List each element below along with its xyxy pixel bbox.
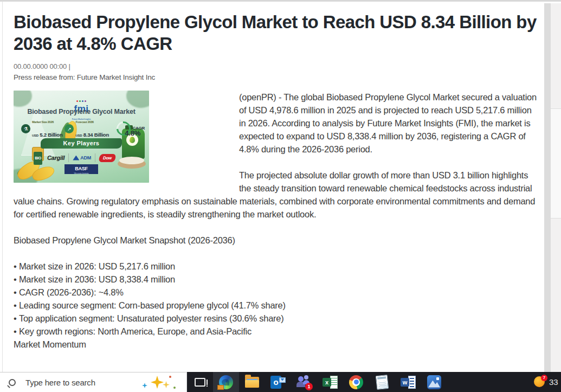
bullet-market-size-2036: Market size in 2036: USD 8,338.4 million <box>14 273 537 286</box>
sparkle-star-icon <box>163 381 170 388</box>
chrome-icon <box>349 375 363 389</box>
teams-notification-badge: 1 <box>305 383 313 390</box>
photos-icon <box>427 375 441 389</box>
tray-notification-badge: 7 <box>541 375 547 381</box>
page-title: Biobased Propylene Glycol Market to Reac… <box>14 11 537 55</box>
scrollbar-thumb[interactable] <box>551 108 561 219</box>
photos-button[interactable] <box>421 372 447 392</box>
excel-button[interactable]: x <box>317 372 343 392</box>
page-title-line-1: Biobased Propylene Glycol Market to Reac… <box>14 11 537 33</box>
key-players-logos: Cargill ADM Dow <box>14 151 149 164</box>
basf-logo: BASF We create chemistry <box>65 164 98 174</box>
press-release-source: Press release from: Future Market Insigh… <box>14 73 537 81</box>
file-explorer-icon <box>245 377 259 388</box>
press-release-page: Biobased Propylene Glycol Market to Reac… <box>0 0 561 372</box>
publish-date: 00.00.0000 00:00 | <box>14 62 537 70</box>
weather-widget[interactable]: 7 <box>534 376 546 388</box>
chrome-button[interactable] <box>343 372 369 392</box>
snapshot-heading: Biobased Propylene Glycol Market Snapsho… <box>14 234 537 247</box>
file-explorer-button[interactable] <box>239 372 265 392</box>
windows-taskbar: Type here to search o <box>0 372 561 392</box>
promo-image-wrapper: BIO fmi Future Market Insights <box>14 91 239 195</box>
sparkle-star-icon <box>151 376 164 389</box>
cagr-stat: CAGR 4.8% <box>111 123 145 135</box>
promo-image[interactable]: BIO fmi Future Market Insights <box>14 91 149 183</box>
edge-taskbar-button[interactable] <box>213 372 239 392</box>
edge-badge <box>217 385 224 390</box>
task-view-button[interactable] <box>187 372 213 392</box>
market-size-label: Market Size 2026 <box>32 115 62 128</box>
taskbar-tray: 7 33 <box>534 372 561 392</box>
search-highlights-icon[interactable] <box>139 372 177 392</box>
teams-icon: 1 <box>296 375 312 389</box>
outlook-icon: o <box>270 376 286 389</box>
logo-divider <box>95 153 95 162</box>
word-icon: w <box>401 376 416 389</box>
task-view-icon <box>195 378 205 387</box>
search-icon <box>9 379 16 386</box>
bullet-cagr: CAGR (2026-2036): ~4.8% <box>14 286 537 299</box>
logo-divider <box>68 153 69 162</box>
taskbar-search[interactable]: Type here to search <box>0 372 187 392</box>
growth-chart-icon: ↗ <box>65 124 74 133</box>
tray-temperature: 33 <box>549 377 561 387</box>
taskbar-app-icons: o 1 x w <box>187 372 447 392</box>
key-players-banner: Key Players <box>41 138 122 149</box>
word-button[interactable]: w <box>395 372 421 392</box>
article-body: BIO fmi Future Market Insights <box>14 91 537 351</box>
flask-icon: ⚗ <box>21 124 30 133</box>
page-left-rule <box>2 2 3 372</box>
snapshot-bullet-list: Market size in 2026: USD 5,217.6 million… <box>14 260 537 338</box>
momentum-heading: Market Momentum <box>14 338 537 351</box>
page-title-line-2: 2036 at 4.8% CAGR <box>14 33 537 55</box>
bullet-market-size-2026: Market size in 2026: USD 5,217.6 million <box>14 260 537 273</box>
bullet-key-growth-regions: Key growth regions: North America, Europ… <box>14 325 537 338</box>
sparkle-dot <box>173 387 176 389</box>
adm-leaf-icon <box>73 156 79 160</box>
teams-button[interactable]: 1 <box>291 372 317 392</box>
article: Biobased Propylene Glycol Market to Reac… <box>14 11 537 351</box>
cargill-logo: Cargill <box>47 151 65 164</box>
notepad-icon <box>376 374 389 389</box>
forecast-label: Forecast 2036 <box>75 115 108 128</box>
outlook-button[interactable]: o <box>265 372 291 392</box>
adm-logo: ADM <box>73 151 91 164</box>
page-right-gutter <box>544 3 551 372</box>
basf-tagline: We create chemistry <box>65 173 98 174</box>
dow-logo: Dow <box>99 154 117 162</box>
sparkle-star-icon <box>142 383 147 388</box>
search-placeholder-text: Type here to search <box>25 378 95 387</box>
sparkle-dot <box>169 376 171 378</box>
bullet-leading-source-segment: Leading source segment: Corn-based propy… <box>14 299 537 312</box>
excel-icon: x <box>323 376 338 389</box>
cagr-value: 4.8% <box>125 127 140 140</box>
bullet-top-application-segment: Top application segment: Unsaturated pol… <box>14 312 537 325</box>
notepad-button[interactable] <box>369 372 395 392</box>
